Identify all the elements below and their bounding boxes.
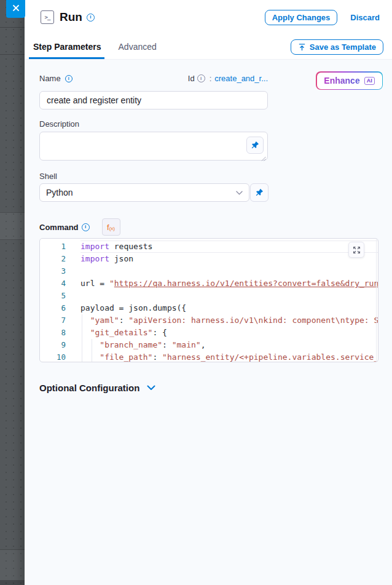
pin-icon	[251, 141, 259, 149]
save-as-template-label: Save as Template	[310, 42, 376, 52]
code-line[interactable]: 1import requests	[40, 241, 378, 253]
code-line[interactable]: 3	[40, 265, 378, 277]
tab-bar: Step Parameters Advanced Save as Templat…	[25, 34, 392, 60]
id-info-icon[interactable]: i	[197, 74, 205, 82]
close-drawer-button[interactable]	[6, 0, 25, 18]
command-info-icon[interactable]: i	[82, 223, 90, 231]
run-step-terminal-icon: >_	[41, 10, 54, 24]
name-label: Name	[39, 74, 61, 83]
apply-changes-button[interactable]: Apply Changes	[265, 10, 338, 25]
code-text	[80, 265, 378, 277]
code-text	[80, 290, 378, 302]
enhance-label: Enhance	[324, 76, 359, 86]
expand-icon	[353, 246, 361, 254]
description-label: Description	[39, 119, 79, 129]
canvas-section-band	[0, 212, 25, 240]
code-text: url = "https://qa.harness.io/v1/entities…	[80, 277, 378, 290]
line-number: 6	[40, 302, 66, 314]
line-number: 5	[40, 290, 66, 302]
shell-selected-value: Python	[46, 188, 236, 197]
line-number: 10	[40, 351, 66, 362]
shell-select[interactable]: Python	[39, 183, 249, 202]
code-line[interactable]: 4url = "https://qa.harness.io/v1/entitie…	[40, 277, 378, 290]
name-info-icon[interactable]: i	[65, 75, 73, 82]
line-number: 4	[40, 277, 66, 290]
code-text: "yaml": "apiVersion: harness.io/v1\nkind…	[80, 314, 378, 327]
command-label: Command	[39, 223, 79, 232]
code-line[interactable]: 9 "branch_name": "main",	[40, 339, 378, 351]
code-line[interactable]: 7 "yaml": "apiVersion: harness.io/v1\nki…	[40, 314, 378, 327]
description-textarea[interactable]	[39, 132, 268, 161]
chevron-down-icon	[236, 191, 243, 195]
line-number: 7	[40, 314, 66, 327]
canvas-bottom-bar	[0, 580, 25, 585]
line-number: 9	[40, 339, 66, 351]
step-title: Run	[60, 10, 82, 24]
textarea-resize-handle[interactable]	[260, 153, 266, 159]
description-pin-button[interactable]	[246, 137, 264, 154]
line-number: 8	[40, 327, 66, 339]
optional-configuration-label: Optional Configuration	[39, 383, 139, 393]
dimmed-pipeline-canvas	[0, 0, 25, 585]
name-label-group: Name i	[39, 74, 73, 83]
step-config-drawer: >_ Run i Apply Changes Discard Step Para…	[25, 0, 392, 585]
code-text: import requests	[80, 241, 378, 253]
canvas-footer-band	[0, 549, 25, 580]
code-text: "branch_name": "main",	[80, 339, 378, 351]
optional-configuration-toggle[interactable]: Optional Configuration	[39, 383, 155, 393]
code-line[interactable]: 10 "file_path": "harness_entity/<+pipeli…	[40, 351, 378, 362]
code-text: "file_path": "harness_entity/<+pipeline.…	[80, 351, 378, 362]
shell-label: Shell	[39, 172, 57, 181]
tab-step-parameters[interactable]: Step Parameters	[32, 34, 103, 59]
id-label: Id	[188, 74, 195, 83]
description-field-wrap	[39, 132, 268, 161]
line-number: 2	[40, 253, 66, 265]
code-text: import json	[80, 253, 378, 265]
name-input[interactable]	[39, 91, 268, 109]
canvas-divider	[0, 54, 25, 55]
command-code-editor[interactable]: 1import requests2import json34url = "htt…	[39, 238, 378, 362]
upload-icon	[298, 43, 306, 51]
ai-badge: AI	[364, 77, 375, 85]
expression-fx-button[interactable]: f(x)	[102, 218, 120, 236]
save-as-template-button[interactable]: Save as Template	[291, 39, 383, 55]
code-line[interactable]: 8 "git_details": {	[40, 327, 378, 339]
id-separator: :	[210, 74, 212, 83]
line-number: 1	[40, 241, 66, 253]
drawer-header: >_ Run i Apply Changes Discard	[25, 0, 392, 34]
canvas-divider	[0, 27, 25, 28]
close-icon	[12, 4, 20, 14]
chevron-down-icon	[139, 385, 155, 391]
editor-expand-button[interactable]	[348, 242, 364, 258]
shell-pin-button[interactable]	[250, 183, 269, 202]
code-text: "git_details": {	[80, 327, 378, 339]
tab-advanced[interactable]: Advanced	[117, 34, 158, 59]
step-parameters-panel: Name i Id i : create_and_r... Enhance AI…	[25, 60, 392, 585]
enhance-ai-button[interactable]: Enhance AI	[316, 71, 383, 90]
code-text: payload = json.dumps({	[80, 302, 378, 314]
editor-scrollbar-track[interactable]	[376, 239, 377, 362]
discard-button[interactable]: Discard	[350, 13, 380, 22]
step-info-icon[interactable]: i	[87, 14, 95, 22]
pin-icon	[255, 188, 264, 197]
id-value[interactable]: create_and_r...	[214, 74, 268, 83]
code-line[interactable]: 5	[40, 290, 378, 302]
code-line[interactable]: 2import json	[40, 253, 378, 265]
line-number: 3	[40, 265, 66, 277]
fx-sub-label: (x)	[109, 226, 115, 231]
code-editor-lines: 1import requests2import json34url = "htt…	[40, 241, 378, 362]
code-line[interactable]: 6payload = json.dumps({	[40, 302, 378, 314]
